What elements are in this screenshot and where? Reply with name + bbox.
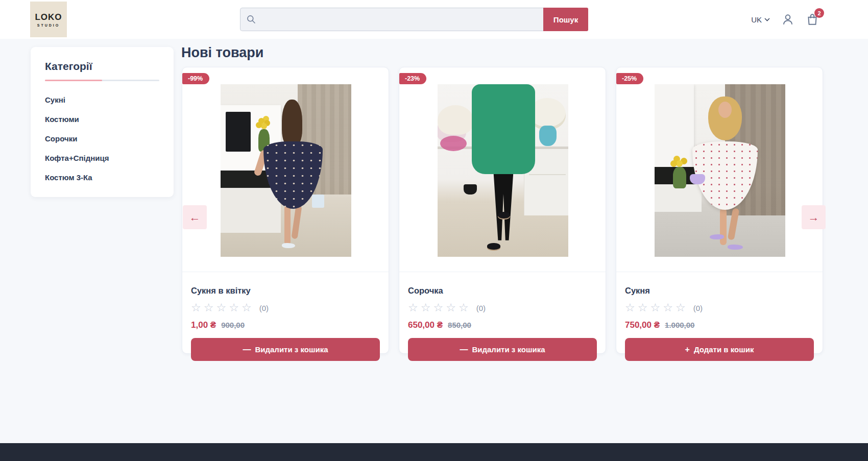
categories-divider	[45, 80, 159, 81]
product-card: -25% Сукня (0)	[616, 67, 823, 354]
price-row: 750,00 ₴ 1.000,00	[625, 320, 814, 330]
remove-from-cart-button[interactable]: — Видалити з кошика	[408, 338, 597, 361]
photo-decor	[710, 234, 724, 239]
star-icon	[242, 301, 254, 314]
account-button[interactable]	[781, 13, 794, 26]
photo-decor	[690, 174, 705, 184]
photo-decor	[655, 184, 702, 212]
logo-line2: STUDIO	[37, 23, 60, 27]
remove-from-cart-button[interactable]: — Видалити з кошика	[191, 338, 380, 361]
star-icon	[433, 301, 446, 314]
star-icon	[408, 301, 421, 314]
star-icon	[638, 301, 650, 314]
search-bar: Пошук	[240, 8, 588, 31]
photo-decor	[438, 105, 473, 135]
star-icon	[229, 301, 242, 314]
photo-decor	[312, 195, 324, 208]
photo-decor	[440, 136, 467, 151]
rating-row: (0)	[408, 302, 597, 313]
photo-decor	[292, 205, 302, 239]
language-selector[interactable]: UK	[751, 15, 770, 24]
current-price: 1,00 ₴	[191, 320, 216, 330]
sidebar-item-suits[interactable]: Костюми	[45, 115, 159, 124]
minus-icon: —	[460, 345, 468, 354]
photo-decor	[539, 126, 557, 146]
button-label: Видалити з кошика	[472, 345, 545, 354]
star-icon	[459, 301, 471, 314]
sidebar-item-top-skirt[interactable]: Кофта+Спідниця	[45, 154, 159, 162]
product-title[interactable]: Сукня в квітку	[191, 286, 380, 296]
photo-decor	[226, 112, 251, 152]
footer	[0, 443, 868, 461]
price-row: 650,00 ₴ 850,00	[408, 320, 597, 330]
rating-count: (0)	[476, 304, 486, 312]
discount-badge: -99%	[182, 73, 209, 84]
photo-decor	[673, 167, 686, 188]
user-icon	[781, 13, 794, 26]
rating-count: (0)	[259, 304, 269, 312]
rating-count: (0)	[693, 304, 703, 312]
arrow-left-icon: ←	[189, 211, 201, 224]
star-icon	[191, 301, 204, 314]
rating-row: (0)	[191, 302, 380, 313]
page-title: Нові товари	[181, 45, 263, 61]
photo-decor	[491, 174, 516, 240]
sidebar-item-dresses[interactable]: Сукні	[45, 95, 159, 104]
product-photo[interactable]	[655, 84, 785, 257]
carousel-next-button[interactable]: →	[802, 205, 826, 229]
photo-decor	[282, 243, 295, 248]
chevron-down-icon	[764, 18, 770, 21]
discount-badge: -25%	[616, 73, 643, 84]
carousel-prev-button[interactable]: ←	[183, 205, 207, 229]
add-to-cart-button[interactable]: + Додати в кошик	[625, 338, 814, 361]
photo-decor	[498, 212, 510, 219]
old-price: 1.000,00	[665, 321, 694, 329]
search-button[interactable]: Пошук	[543, 8, 588, 31]
categories-panel: Категорії Сукні Костюми Сорочки Кофта+Сп…	[31, 47, 174, 197]
product-photo[interactable]	[221, 84, 351, 257]
categories-title: Категорії	[45, 60, 159, 72]
button-label: Видалити з кошика	[255, 345, 328, 354]
search-input[interactable]	[240, 8, 543, 31]
photo-decor	[720, 208, 727, 245]
photo-decor	[221, 188, 281, 233]
cart-button[interactable]: 2	[806, 13, 819, 26]
rating-stars	[625, 302, 688, 313]
current-price: 750,00 ₴	[625, 320, 660, 330]
plus-icon: +	[685, 345, 690, 354]
product-card: -99% Сукня в квітку	[182, 67, 389, 354]
button-label: Додати в кошик	[694, 345, 754, 354]
old-price: 850,00	[448, 321, 471, 329]
search-icon	[246, 14, 256, 25]
product-image-section: -99%	[182, 67, 389, 272]
photo-decor	[472, 84, 535, 174]
product-carousel: -99% Сукня в квітку	[182, 67, 823, 354]
store-logo[interactable]: LOKO STUDIO	[30, 2, 67, 37]
star-icon	[204, 301, 216, 314]
product-title[interactable]: Сукня	[625, 286, 814, 296]
product-photo[interactable]	[438, 84, 568, 257]
product-image-section: -25%	[616, 67, 823, 272]
product-card: -23% Сорочка (0)	[399, 67, 606, 354]
sidebar-item-shirts[interactable]: Сорочки	[45, 134, 159, 143]
header: LOKO STUDIO Пошук UK 2	[0, 0, 868, 39]
photo-decor	[670, 160, 677, 167]
sidebar-item-suit-3pc[interactable]: Костюм 3-Ка	[45, 173, 159, 182]
product-image-section: -23%	[399, 67, 606, 272]
rating-stars	[408, 302, 471, 313]
photo-decor	[487, 243, 500, 250]
price-row: 1,00 ₴ 900,00	[191, 320, 380, 330]
language-label: UK	[751, 15, 762, 24]
photo-decor	[284, 205, 291, 245]
photo-decor	[529, 174, 566, 175]
star-icon	[216, 301, 229, 314]
header-actions: UK 2	[751, 0, 819, 39]
star-icon	[446, 301, 459, 314]
photo-decor	[728, 245, 743, 250]
categories-list: Сукні Костюми Сорочки Кофта+Спідниця Кос…	[45, 95, 159, 182]
rating-stars	[191, 302, 254, 313]
cart-count-badge: 2	[814, 8, 824, 18]
product-title[interactable]: Сорочка	[408, 286, 597, 296]
current-price: 650,00 ₴	[408, 320, 443, 330]
minus-icon: —	[243, 345, 251, 354]
